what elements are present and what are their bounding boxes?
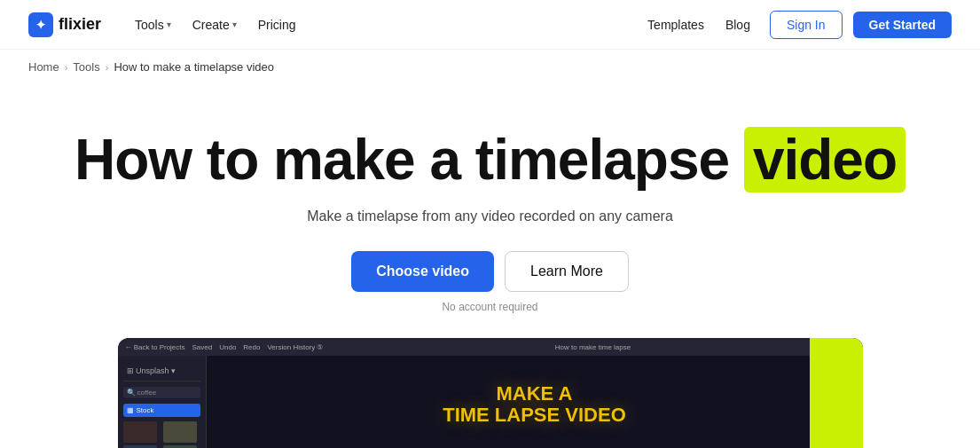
app-make-text-line1: MAKE A: [443, 383, 626, 405]
nav-tools-label: Tools: [135, 18, 164, 32]
app-thumb-2: [163, 421, 197, 443]
hero-title: How to make a timelapse video: [28, 127, 952, 193]
app-sidebar-header: ⊞ Unsplash ▾: [123, 363, 200, 381]
app-stock-label: Stock: [137, 406, 154, 414]
app-sidebar-search: 🔍 coffee: [123, 387, 200, 398]
navbar: ✦ flixier Tools ▾ Create ▾ Pricing Templ…: [0, 0, 980, 50]
nav-templates-label: Templates: [647, 18, 704, 32]
choose-video-button[interactable]: Choose video: [351, 251, 494, 292]
tools-chevron-icon: ▾: [167, 20, 171, 29]
nav-right: Templates Blog Sign In Get Started: [639, 11, 952, 39]
app-sidebar: ⊞ Unsplash ▾ 🔍 coffee ▦ Stock ♪ Audio: [118, 356, 207, 448]
hero-subtitle: Make a timelapse from any video recorded…: [28, 208, 952, 224]
hero-title-highlight: video: [744, 127, 906, 193]
app-make-text-line2: TIME LAPSE VIDEO: [443, 405, 626, 426]
nav-blog-label: Blog: [725, 18, 750, 32]
learn-more-button[interactable]: Learn More: [505, 251, 629, 292]
hero-title-part1: How to make a timelapse: [74, 128, 729, 192]
nav-right-links: Templates Blog: [639, 12, 759, 37]
app-thumb-1: [123, 421, 157, 443]
hero-buttons: Choose video Learn More: [28, 251, 952, 292]
logo[interactable]: ✦ flixier: [28, 12, 101, 37]
logo-text: flixier: [59, 15, 101, 34]
app-topbar: ← Back to Projects Saved Undo Redo Versi…: [118, 338, 863, 356]
no-account-text: No account required: [28, 301, 952, 313]
sign-in-button[interactable]: Sign In: [770, 11, 843, 39]
yellow-accent: [810, 338, 863, 448]
app-screenshot-container: ← Back to Projects Saved Undo Redo Versi…: [0, 338, 980, 448]
logo-icon: ✦: [28, 12, 53, 37]
app-thumb-grid: [123, 420, 200, 448]
app-back-label: ← Back to Projects: [125, 343, 185, 351]
nav-create-label: Create: [192, 18, 230, 32]
app-undo-label: Undo: [219, 343, 236, 351]
app-title: How to make time lapse: [555, 343, 631, 351]
nav-links: Tools ▾ Create ▾ Pricing: [126, 12, 639, 37]
nav-create[interactable]: Create ▾: [184, 12, 246, 37]
app-version-label: Version History ⑤: [267, 343, 323, 351]
app-main: MAKE A TIME LAPSE VIDEO: [207, 356, 863, 448]
breadcrumb-home[interactable]: Home: [28, 60, 59, 74]
nav-templates[interactable]: Templates: [639, 12, 713, 37]
nav-tools[interactable]: Tools ▾: [126, 12, 180, 37]
breadcrumb-sep-1: ›: [65, 62, 68, 73]
get-started-button[interactable]: Get Started: [853, 12, 952, 38]
breadcrumb-current: How to make a timelapse video: [114, 60, 274, 74]
app-main-content: MAKE A TIME LAPSE VIDEO: [443, 383, 626, 426]
nav-pricing[interactable]: Pricing: [249, 12, 305, 37]
breadcrumb: Home › Tools › How to make a timelapse v…: [0, 50, 980, 84]
nav-pricing-label: Pricing: [258, 18, 296, 32]
breadcrumb-sep-2: ›: [106, 62, 109, 73]
app-search-text: coffee: [137, 389, 157, 397]
nav-blog[interactable]: Blog: [717, 12, 759, 37]
app-screenshot: ← Back to Projects Saved Undo Redo Versi…: [118, 338, 863, 448]
app-redo-label: Redo: [243, 343, 260, 351]
app-sidebar-stock: ▦ Stock: [123, 404, 200, 417]
app-save-label: Saved: [192, 343, 213, 351]
hero-section: How to make a timelapse video Make a tim…: [0, 84, 980, 313]
create-chevron-icon: ▾: [232, 20, 237, 29]
breadcrumb-tools[interactable]: Tools: [73, 60, 99, 74]
